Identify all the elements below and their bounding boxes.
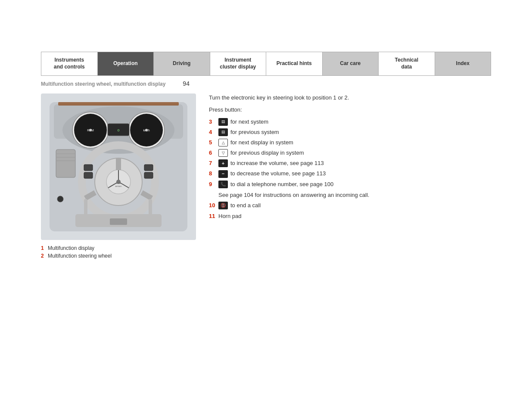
end-call-icon: 📵	[218, 202, 228, 209]
left-column: RPM km/h 0	[41, 93, 196, 261]
next-display-icon: △	[218, 139, 228, 146]
prev-system-icon: ▤	[218, 128, 228, 136]
svg-point-6	[89, 129, 92, 131]
intro-text: Turn the electronic key in steering look…	[209, 93, 491, 102]
list-item-10: 10 📵 to end a call	[209, 202, 491, 209]
svg-point-36	[57, 196, 63, 202]
button-list-2: 10 📵 to end a call 11 Horn pad	[209, 202, 491, 220]
list-item-5: 5 △ for next display in system	[209, 139, 491, 146]
svg-rect-28	[144, 165, 153, 171]
nav-technical[interactable]: Technical data	[379, 52, 435, 75]
note-text: See page 104 for instructions on answeri…	[218, 191, 491, 199]
list-item-9: 9 📞 to dial a telephone number, see page…	[209, 181, 491, 188]
decrease-volume-icon: −	[218, 170, 228, 178]
svg-rect-13	[58, 102, 179, 106]
caption-2: 2 Multifunction steering wheel	[41, 253, 196, 259]
list-item-8: 8 − to decrease the volume, see page 113	[209, 170, 491, 177]
image-captions: 1 Multifunction display 2 Multifunction …	[41, 245, 196, 259]
page-subtitle-text: Multifunction steering wheel, multifunct…	[41, 81, 165, 87]
right-column: Turn the electronic key in steering look…	[209, 93, 491, 261]
nav-driving[interactable]: Driving	[154, 52, 210, 75]
page-number: 94	[183, 80, 190, 87]
steering-wheel-svg: RPM km/h 0	[45, 98, 192, 236]
press-label: Press button:	[209, 106, 491, 113]
nav-operation[interactable]: Operation	[98, 52, 154, 75]
svg-point-10	[145, 129, 148, 131]
svg-rect-26	[84, 165, 93, 171]
list-item-11: 11 Horn pad	[209, 212, 491, 220]
list-item-3: 3 ▤ for next system	[209, 118, 491, 126]
page-subtitle-row: Multifunction steering wheel, multifunct…	[41, 80, 491, 87]
list-item-4: 4 ▤ for previous system	[209, 128, 491, 136]
svg-text:AIRBAG: AIRBAG	[115, 185, 121, 187]
navigation-bar: Instruments and controls Operation Drivi…	[41, 52, 491, 76]
list-item-7: 7 + to increase the volume, see page 113	[209, 159, 491, 167]
caption-1: 1 Multifunction display	[41, 245, 196, 251]
nav-carcare[interactable]: Car care	[323, 52, 379, 75]
nav-instruments[interactable]: Instruments and controls	[41, 52, 98, 75]
svg-text:SRS: SRS	[116, 182, 121, 184]
svg-rect-29	[144, 172, 153, 178]
list-item-6: 6 ▽ for previous display in system	[209, 149, 491, 157]
dial-icon: 📞	[218, 181, 228, 188]
prev-display-icon: ▽	[218, 149, 228, 157]
svg-rect-38	[110, 218, 127, 225]
increase-volume-icon: +	[218, 159, 228, 167]
main-content: RPM km/h 0	[41, 93, 491, 261]
nav-index[interactable]: Index	[435, 52, 491, 75]
nav-cluster[interactable]: Instrument cluster display	[210, 52, 267, 75]
steering-wheel-image: RPM km/h 0	[41, 93, 196, 240]
button-list: 3 ▤ for next system 4 ▤ for previous sys…	[209, 118, 491, 188]
svg-text:0: 0	[118, 128, 120, 132]
svg-rect-27	[84, 172, 93, 178]
next-system-icon: ▤	[218, 118, 228, 126]
nav-practical[interactable]: Practical hints	[266, 52, 323, 75]
